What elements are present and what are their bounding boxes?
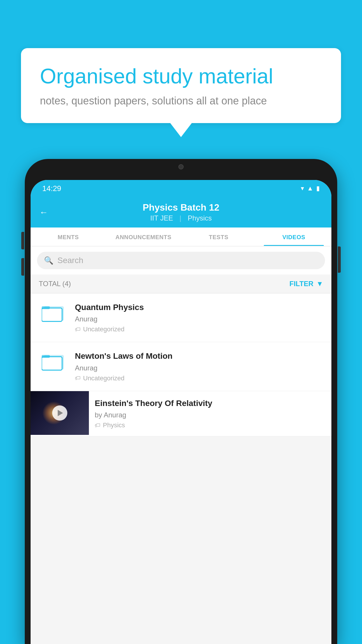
- tag-separator: |: [180, 214, 181, 222]
- phone-notch: [162, 159, 200, 173]
- folder-icon: [42, 302, 65, 322]
- search-icon: 🔍: [44, 256, 53, 265]
- svg-rect-5: [42, 355, 50, 358]
- video-author-1: Anurag: [75, 315, 323, 323]
- video-author-2: Anurag: [75, 364, 323, 372]
- header-tags: IIT JEE | Physics: [150, 214, 212, 222]
- tab-announcements[interactable]: ANNOUNCEMENTS: [106, 228, 181, 246]
- list-item[interactable]: Quantum Physics Anurag 🏷 Uncategorized: [31, 293, 331, 342]
- tab-tests[interactable]: TESTS: [181, 228, 256, 246]
- filter-funnel-icon: ▼: [316, 280, 323, 288]
- video-thumbnail-3: [31, 391, 89, 435]
- video-tag-1: Uncategorized: [83, 326, 124, 333]
- video-tag-2: Uncategorized: [83, 374, 124, 382]
- video-info-2: Newton's Laws of Motion Anurag 🏷 Uncateg…: [75, 351, 323, 382]
- play-button-3[interactable]: [52, 405, 67, 421]
- status-bar: 14:29 ▾ ▲ ▮: [31, 180, 331, 197]
- phone-frame: 14:29 ▾ ▲ ▮ ← Physics Batch 12 IIT JEE |…: [25, 159, 337, 644]
- filter-label: FILTER: [289, 280, 313, 288]
- thumb-info-3: Einstein's Theory Of Relativity by Anura…: [89, 391, 331, 436]
- total-count: TOTAL (4): [39, 280, 71, 288]
- tab-videos[interactable]: VIDEOS: [256, 228, 331, 246]
- back-button[interactable]: ←: [39, 207, 48, 217]
- wifi-icon: ▾: [301, 185, 304, 192]
- video-tag-row-1: 🏷 Uncategorized: [75, 326, 323, 333]
- status-icons: ▾ ▲ ▮: [301, 185, 320, 192]
- tag-physics: Physics: [188, 214, 212, 222]
- search-bar[interactable]: 🔍 Search: [37, 252, 325, 269]
- tag-icon-1: 🏷: [75, 326, 81, 333]
- app-header: ← Physics Batch 12 IIT JEE | Physics: [31, 197, 331, 228]
- front-camera: [178, 164, 184, 169]
- filter-button[interactable]: FILTER ▼: [289, 280, 323, 288]
- folder-icon-2: [42, 351, 65, 371]
- speech-bubble-subtitle: notes, question papers, solutions all at…: [40, 95, 322, 107]
- svg-rect-1: [42, 308, 62, 321]
- video-title-2: Newton's Laws of Motion: [75, 351, 323, 361]
- tabs-bar: MENTS ANNOUNCEMENTS TESTS VIDEOS: [31, 228, 331, 246]
- list-item[interactable]: Newton's Laws of Motion Anurag 🏷 Uncateg…: [31, 342, 331, 391]
- list-item[interactable]: Einstein's Theory Of Relativity by Anura…: [31, 391, 331, 436]
- search-bar-wrap: 🔍 Search: [31, 246, 331, 274]
- video-title-3: Einstein's Theory Of Relativity: [95, 398, 326, 409]
- video-thumb-2: [39, 351, 68, 371]
- play-triangle-icon: [58, 410, 63, 416]
- battery-icon: ▮: [316, 185, 320, 192]
- video-thumb-1: [39, 302, 68, 322]
- tag-iitjee: IIT JEE: [150, 214, 173, 222]
- status-time: 14:29: [42, 184, 61, 193]
- filter-bar: TOTAL (4) FILTER ▼: [31, 274, 331, 293]
- video-list: Quantum Physics Anurag 🏷 Uncategorized: [31, 293, 331, 436]
- phone-screen: 14:29 ▾ ▲ ▮ ← Physics Batch 12 IIT JEE |…: [31, 180, 331, 644]
- video-tag-3: Physics: [103, 421, 125, 429]
- tag-icon-3: 🏷: [95, 422, 101, 429]
- video-author-3: by Anurag: [95, 411, 326, 419]
- video-info-1: Quantum Physics Anurag 🏷 Uncategorized: [75, 302, 323, 333]
- batch-title: Physics Batch 12: [143, 202, 219, 213]
- speech-bubble: Organised study material notes, question…: [21, 48, 341, 123]
- svg-rect-2: [42, 306, 50, 309]
- search-placeholder: Search: [57, 256, 83, 265]
- tab-ments[interactable]: MENTS: [31, 228, 106, 246]
- volume-up-button[interactable]: [21, 232, 24, 249]
- tag-icon-2: 🏷: [75, 375, 81, 382]
- power-button[interactable]: [338, 246, 341, 273]
- video-tag-row-2: 🏷 Uncategorized: [75, 374, 323, 382]
- svg-rect-4: [42, 357, 62, 370]
- signal-icon: ▲: [307, 185, 313, 192]
- speech-bubble-title: Organised study material: [40, 64, 322, 88]
- video-title-1: Quantum Physics: [75, 302, 323, 313]
- video-tag-row-3: 🏷 Physics: [95, 421, 326, 429]
- volume-down-button[interactable]: [21, 258, 24, 276]
